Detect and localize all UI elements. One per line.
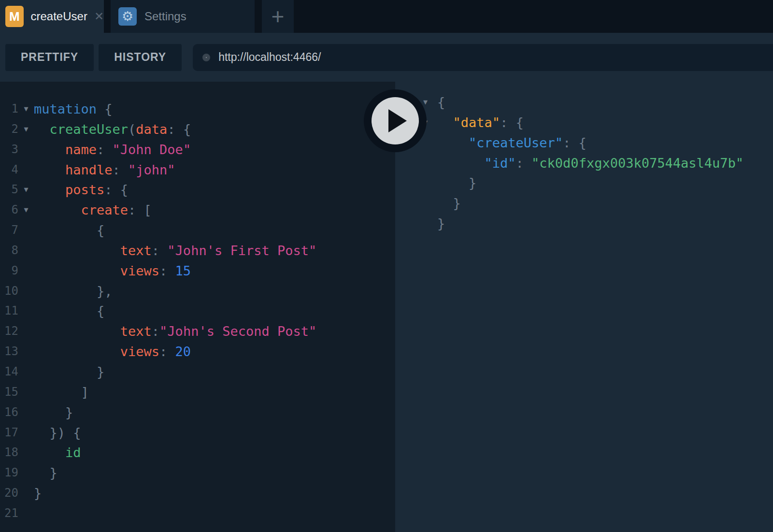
code-text: { — [34, 301, 104, 321]
line-number: 8 — [0, 241, 18, 261]
tab-settings[interactable]: ⚙ Settings — [111, 0, 255, 33]
code-line: 1▼mutation { — [0, 99, 395, 119]
code-text — [437, 133, 469, 153]
fold-spacer — [18, 382, 34, 403]
execute-button[interactable] — [364, 89, 427, 152]
code-text — [34, 443, 65, 463]
line-number: 17 — [0, 423, 18, 443]
code-line: 7 { — [0, 220, 395, 241]
fold-spacer — [18, 140, 34, 160]
fold-arrow-icon[interactable]: ▼ — [18, 119, 34, 140]
code-text: posts — [65, 180, 104, 200]
code-text: : { — [104, 180, 128, 200]
fold-arrow-icon[interactable]: ▼ — [18, 99, 34, 119]
fold-spacer — [18, 443, 34, 463]
code-text: createUser — [50, 119, 129, 140]
fold-spacer — [18, 321, 34, 342]
fold-spacer — [420, 193, 437, 214]
new-tab-button[interactable]: + — [262, 0, 294, 33]
code-text: : — [159, 261, 175, 281]
code-text: "john" — [128, 160, 175, 180]
code-text: ] — [34, 382, 89, 403]
fold-spacer — [18, 160, 34, 180]
code-text: "John's Second Post" — [159, 321, 316, 342]
line-number: 20 — [0, 483, 18, 503]
code-text: handle — [65, 160, 113, 180]
code-line: 17 }) { — [0, 423, 395, 443]
code-text: : — [159, 342, 175, 362]
code-text: { — [437, 92, 445, 113]
code-line: 4 handle: "john" — [0, 160, 395, 180]
line-number: 16 — [0, 403, 18, 423]
code-line: 10 }, — [0, 281, 395, 302]
endpoint-url-value: http://localhost:4466/ — [218, 51, 321, 64]
code-line: 12 text:"John's Second Post" — [0, 321, 395, 342]
code-text — [34, 180, 65, 200]
code-text: { — [183, 119, 191, 140]
fold-spacer — [18, 503, 34, 524]
session-tab-bar: M createUser ✕ ⚙ Settings + — [0, 0, 773, 33]
code-text: : — [167, 119, 175, 140]
fold-spacer — [420, 173, 437, 193]
line-number: 11 — [0, 301, 18, 321]
code-text — [175, 119, 183, 140]
code-text: views — [120, 261, 159, 281]
line-number: 15 — [0, 382, 18, 403]
code-text — [97, 99, 104, 119]
code-text: : — [97, 140, 113, 160]
code-line: } — [420, 214, 773, 234]
line-number: 7 — [0, 220, 18, 241]
code-text: : { — [563, 133, 587, 153]
code-text: : — [152, 321, 159, 342]
code-text — [34, 321, 120, 342]
code-text — [437, 113, 453, 133]
code-text: "id" — [485, 153, 516, 173]
endpoint-url-input[interactable]: http://localhost:4466/ — [193, 44, 773, 71]
code-text: data — [136, 119, 167, 140]
code-text: } — [34, 362, 104, 382]
fold-spacer — [18, 463, 34, 483]
line-number: 6 — [0, 200, 18, 220]
code-text — [34, 342, 120, 362]
code-text: "John's First Post" — [167, 241, 316, 261]
fold-arrow-icon[interactable]: ▼ — [18, 200, 34, 220]
code-text: name — [65, 140, 97, 160]
mutation-badge-icon: M — [5, 6, 24, 27]
code-text — [34, 200, 81, 220]
code-text: "data" — [453, 113, 501, 133]
code-line: 16 } — [0, 403, 395, 423]
line-number: 1 — [0, 99, 18, 119]
code-line: 20} — [0, 483, 395, 503]
code-text: views — [120, 342, 159, 362]
code-line: 3 name: "John Doe" — [0, 140, 395, 160]
code-line: 6▼ create: [ — [0, 200, 395, 220]
code-text: : — [516, 153, 532, 173]
line-number: 18 — [0, 443, 18, 463]
code-line: 5▼ posts: { — [0, 180, 395, 200]
code-line: 15 ] — [0, 382, 395, 403]
line-number: 5 — [0, 180, 18, 200]
prettify-button[interactable]: PRETTIFY — [5, 44, 94, 71]
code-text: : — [113, 160, 129, 180]
code-text — [34, 119, 50, 140]
query-editor[interactable]: 1▼mutation {2▼ createUser(data: {3 name:… — [0, 82, 395, 532]
line-number: 21 — [0, 503, 18, 524]
code-line: 2▼ createUser(data: { — [0, 119, 395, 140]
line-number: 10 — [0, 281, 18, 302]
code-text: } — [437, 193, 461, 214]
code-text: ( — [128, 119, 136, 140]
history-button[interactable]: HISTORY — [99, 44, 182, 71]
line-number: 14 — [0, 362, 18, 382]
fold-spacer — [420, 153, 437, 173]
code-line: } — [420, 193, 773, 214]
plus-icon: + — [272, 3, 285, 29]
code-text: "createUser" — [469, 133, 563, 153]
close-tab-icon[interactable]: ✕ — [94, 10, 104, 23]
playground-main: 1▼mutation {2▼ createUser(data: {3 name:… — [0, 82, 773, 532]
fold-spacer — [18, 281, 34, 302]
tab-settings-label: Settings — [144, 10, 186, 23]
code-line: "createUser": { — [420, 133, 773, 153]
fold-arrow-icon[interactable]: ▼ — [18, 180, 34, 200]
code-text: mutation — [34, 99, 97, 119]
tab-create-user[interactable]: M createUser ✕ — [0, 0, 104, 33]
